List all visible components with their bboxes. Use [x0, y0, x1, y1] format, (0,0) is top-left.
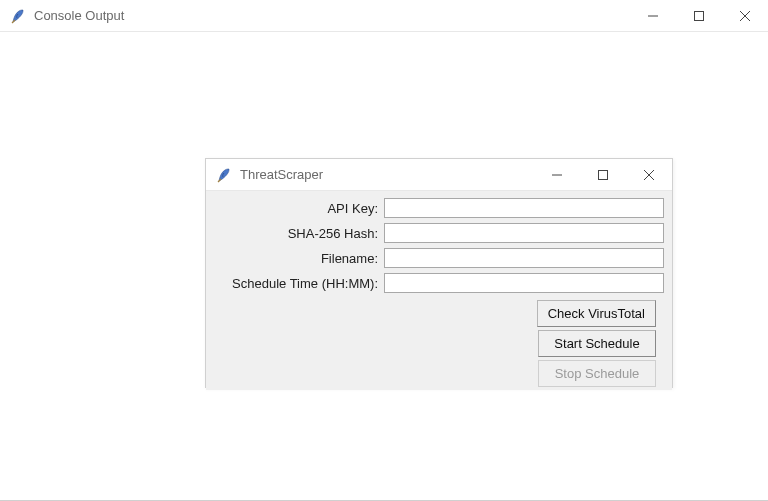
sha256-row: SHA-256 Hash: — [214, 222, 664, 244]
threatscraper-window: ThreatScraper API Key: SHA-256 Hash: Fil… — [205, 158, 673, 388]
maximize-icon — [598, 170, 608, 180]
form-area: API Key: SHA-256 Hash: Filename: Schedul… — [206, 191, 672, 390]
sha256-label: SHA-256 Hash: — [214, 226, 384, 241]
api-key-input[interactable] — [384, 198, 664, 218]
feather-icon — [216, 167, 232, 183]
close-icon — [644, 170, 654, 180]
sha256-input[interactable] — [384, 223, 664, 243]
console-window-controls — [630, 0, 768, 31]
minimize-icon — [552, 170, 562, 180]
feather-icon — [10, 8, 26, 24]
check-virustotal-button[interactable]: Check VirusTotal — [537, 300, 656, 327]
filename-input[interactable] — [384, 248, 664, 268]
stop-schedule-button[interactable]: Stop Schedule — [538, 360, 656, 387]
filename-label: Filename: — [214, 251, 384, 266]
svg-rect-2 — [695, 11, 704, 20]
schedule-row: Schedule Time (HH:MM): — [214, 272, 664, 294]
api-key-row: API Key: — [214, 197, 664, 219]
filename-row: Filename: — [214, 247, 664, 269]
threatscraper-title: ThreatScraper — [240, 167, 534, 182]
close-button[interactable] — [722, 0, 768, 31]
schedule-label: Schedule Time (HH:MM): — [214, 276, 384, 291]
start-schedule-button[interactable]: Start Schedule — [538, 330, 656, 357]
maximize-button[interactable] — [580, 159, 626, 190]
minimize-icon — [648, 11, 658, 21]
threatscraper-window-controls — [534, 159, 672, 190]
svg-rect-7 — [599, 170, 608, 179]
maximize-icon — [694, 11, 704, 21]
api-key-label: API Key: — [214, 201, 384, 216]
threatscraper-titlebar[interactable]: ThreatScraper — [206, 159, 672, 191]
maximize-button[interactable] — [676, 0, 722, 31]
close-button[interactable] — [626, 159, 672, 190]
close-icon — [740, 11, 750, 21]
console-titlebar[interactable]: Console Output — [0, 0, 768, 32]
schedule-input[interactable] — [384, 273, 664, 293]
minimize-button[interactable] — [534, 159, 580, 190]
button-stack: Check VirusTotal Start Schedule Stop Sch… — [214, 300, 664, 390]
minimize-button[interactable] — [630, 0, 676, 31]
console-title: Console Output — [34, 8, 630, 23]
